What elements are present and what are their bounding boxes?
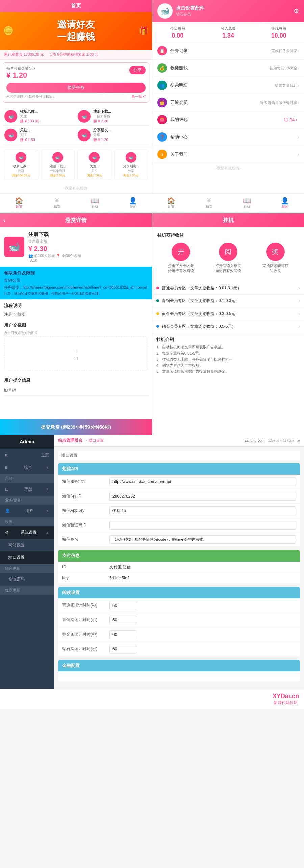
sms-sign-input[interactable] <box>109 535 296 544</box>
zone-normal-icon <box>156 287 159 289</box>
admin-content: 端口设置 短信API 短信服务地址 短信AppID 短信AppKey 短信验证码… <box>54 447 304 689</box>
bottom-nav-pair: 🏠 首页 ¥ 精选 📖 挂机 👤 我的 🏠 首页 ¥ <box>0 193 304 212</box>
nav-home-left[interactable]: 🏠 首页 <box>0 194 38 212</box>
pay-section: 支付信息 ID 支付宝 短信 key 5d1ec 5fe2 <box>58 550 300 584</box>
nav-hang-left[interactable]: 📖 挂机 <box>76 194 114 212</box>
admin-logo: 站点管理后台 <box>58 438 82 443</box>
id-input[interactable] <box>4 385 148 396</box>
read-bronze-input[interactable] <box>109 616 136 624</box>
sidebar-item-port-settings[interactable]: 端口设置 <box>0 551 54 564</box>
sidebar-item-general[interactable]: ≡ 综合 ▼ <box>0 461 54 474</box>
tc-icon-2: 🐋 <box>52 152 63 163</box>
nav-select-right[interactable]: ¥ 精选 <box>190 194 228 212</box>
hang-steps: 挂机获得收益 开 点击下方专区开始进行有效阅读 阅 打开阅读文章页面进行有效阅读… <box>152 227 304 282</box>
whale-icon: 🐋 <box>157 3 173 19</box>
sms-vcode-input[interactable] <box>109 521 296 530</box>
stat-total: 收入总额 1.34 <box>203 22 254 42</box>
list-item[interactable]: 🐋 收新老微... 拉新 佣金100.00元 <box>3 148 40 181</box>
list-item[interactable]: 🐋 关注... 关注 赚 ¥ 1.50 <box>3 126 76 144</box>
nav-select-left[interactable]: ¥ 精选 <box>38 194 76 212</box>
mine-icon-r: 👤 <box>268 197 303 205</box>
menu-item-help[interactable]: ❓ 帮助中心 › <box>152 129 304 146</box>
list-item[interactable]: 🐋 收新老微... 关注 赚 ¥ 100.00 <box>3 107 76 126</box>
zone-bronze[interactable]: 青铜会员专区（文章浏览收益：0.1-0.3元） › <box>152 295 304 307</box>
read-gold-input[interactable] <box>109 630 136 639</box>
back-button[interactable]: ‹ <box>3 217 5 224</box>
list-item[interactable]: 🐋 分享朋友... 分享 赚 ¥ 1.20 <box>76 126 149 144</box>
sms-appkey-row: 短信AppKey <box>58 504 300 518</box>
menu-item-task-record[interactable]: 📋 任务记录 完成任务参奖励 › <box>152 42 304 60</box>
banner-title: 邀请好友 一起赚钱 <box>7 19 145 43</box>
expand-icon[interactable]: » <box>297 438 300 443</box>
home-sidebar-icon: ⊞ <box>5 453 8 457</box>
list-item[interactable]: 🐋 关注... 关注 佣金1.50元 <box>76 148 113 181</box>
submit-task-button[interactable]: 提交悬赏 (剩239小时59分钟56秒) <box>0 419 152 435</box>
upload-area[interactable]: + 0/1 <box>4 337 148 370</box>
sms-url-input[interactable] <box>109 477 296 486</box>
nav-mine-left[interactable]: 👤 我的 <box>114 194 152 212</box>
sidebar-item-products[interactable]: ◻ 产品 ▼ <box>0 483 54 496</box>
list-item[interactable]: 🐋 分享朋友... 分享 佣金1.20元 <box>113 148 150 181</box>
step-open-label: 点击下方专区开始进行有效阅读 <box>168 263 195 273</box>
gear-icon[interactable]: ⚙ <box>294 7 299 15</box>
accept-task-button[interactable]: 接受任务 <box>6 83 146 93</box>
sms-vcode-label: 短信验证码ID <box>62 522 109 528</box>
earn-hint: 同时申请以下4款任务可得105元 换一批 ↺ <box>6 94 146 99</box>
task-cards: 🐋 收新老微... 拉新 佣金100.00元 🐋 注册下载... 一起来养猫 佣… <box>0 146 152 183</box>
menu-item-disciples[interactable]: 👥 徒弟明细 徒弟数量统计 › <box>152 77 304 94</box>
submit-box: 用户提交信息 <box>0 374 152 399</box>
step-open-icon[interactable]: 开 <box>172 243 190 261</box>
zone-normal[interactable]: 普通会员专区（文章浏览收益：0.01-0.1元） › <box>152 282 304 295</box>
nav-hang-right[interactable]: 📖 挂机 <box>228 194 266 212</box>
pay-id-row: ID 支付宝 短信 <box>58 562 300 573</box>
share-button[interactable]: 分享 <box>129 66 146 74</box>
change-button[interactable]: 换一批 ↺ <box>132 94 146 99</box>
earn-total: 累计发奖金 17386.38 元 <box>4 52 44 56</box>
banner-gift-icon: 🎁 <box>138 26 149 36</box>
home-icon-r: 🏠 <box>154 197 188 205</box>
right-bottom-nav: 🏠 首页 ¥ 精选 📖 挂机 👤 我的 <box>152 193 304 212</box>
menu-item-wallet[interactable]: 👛 我的钱包 11.34 › <box>152 111 304 129</box>
task-icon-3: 🐋 <box>4 129 17 141</box>
menu-item-earn[interactable]: 💰 收徒赚钱 徒弟每花5%佣金 › <box>152 60 304 77</box>
nav-home-right[interactable]: 🏠 首页 <box>152 194 190 212</box>
menu-item-vip[interactable]: 👑 开通会员 等级越高可做任务越多 › <box>152 94 304 111</box>
task-record-icon: 📋 <box>157 46 167 55</box>
breadcrumb-active: 端口设置 <box>89 438 104 443</box>
select-icon-r: ¥ <box>192 197 227 204</box>
zone-diamond-icon <box>156 325 159 328</box>
read-normal-input[interactable] <box>109 601 136 610</box>
system-settings-icon: ⚙ <box>5 530 9 535</box>
sidebar-item-change-password[interactable]: 修改密码 <box>0 573 54 586</box>
task-detail-sub: 徒弟赚金额 <box>28 239 81 244</box>
list-item[interactable]: 🐋 注册下载... 一起来养猫 赚 ¥ 2.30 <box>76 107 149 126</box>
select-icon: ¥ <box>40 197 75 204</box>
read-normal-label: 普通阅读计时时(秒) <box>62 602 109 608</box>
earn-speed: 175 9分钟前获得奖金 1.00 元 <box>50 52 98 56</box>
sidebar-item-users[interactable]: 👤 用户 ▼ <box>0 505 54 517</box>
left-header-title: 首页 <box>71 3 81 8</box>
sidebar-item-home[interactable]: ⊞ 主页 <box>0 449 54 461</box>
task-detail-name: 注册下载 <box>28 231 81 238</box>
zone-gold[interactable]: 黄金会员专区（文章浏览收益：0.3-0.5元） › <box>152 307 304 320</box>
zone-diamond[interactable]: 钻石会员专区（文章浏览收益：0.5-5元） › <box>152 320 304 333</box>
sms-appkey-input[interactable] <box>109 506 296 515</box>
sms-appid-input[interactable] <box>109 492 296 501</box>
step-read-icon[interactable]: 阅 <box>219 243 237 261</box>
earn-icon: 💰 <box>157 63 167 73</box>
read-diamond-input[interactable] <box>109 645 136 654</box>
sidebar-item-system-settings[interactable]: ⚙ 系统设置 ▲ <box>0 526 54 539</box>
read-section-header: 阅读设置 <box>58 587 300 598</box>
task-icon-1: 🐋 <box>4 110 17 123</box>
task-reward-1: 赚 ¥ 100.00 <box>20 119 39 124</box>
watermark-sub: 新源代码社区 <box>273 700 299 706</box>
step-reward-icon[interactable]: 奖 <box>266 243 285 261</box>
pay-section-header: 支付信息 <box>58 550 300 562</box>
hang-step-2: 阅 打开阅读文章页面进行有效阅读 <box>214 243 242 273</box>
menu-item-about[interactable]: ℹ 关于我们 › <box>152 146 304 163</box>
list-item[interactable]: 🐋 注册下载... 一起来养猫 佣金2.30元 <box>40 148 76 181</box>
hang-intro-3: 3、挂机收益无上限，任务做算了可以来挂机一 <box>156 357 300 362</box>
zone-diamond-label: 钻石会员专区（文章浏览收益：0.5-5元） <box>162 324 298 329</box>
sidebar-item-site-settings[interactable]: 网站设置 <box>0 539 54 551</box>
nav-mine-right[interactable]: 👤 我的 <box>266 194 304 212</box>
